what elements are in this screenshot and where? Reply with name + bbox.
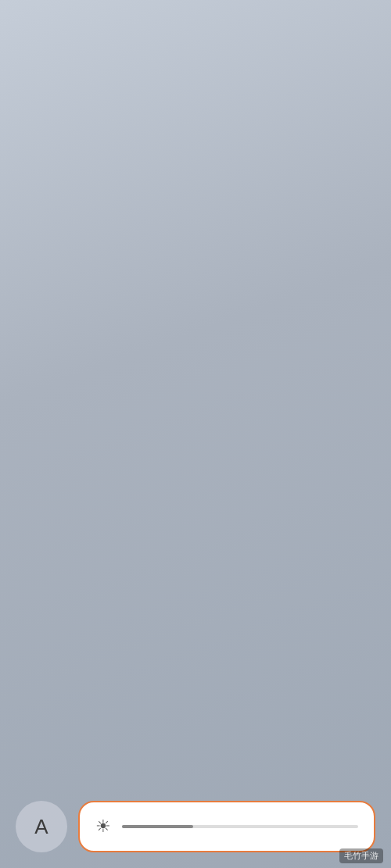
brightness-track[interactable] bbox=[122, 825, 358, 828]
brightness-slider[interactable]: ☀ bbox=[78, 801, 375, 852]
brightness-fill bbox=[122, 825, 193, 828]
brightness-icon: ☀ bbox=[95, 816, 111, 837]
watermark: 毛竹手游 bbox=[339, 848, 383, 863]
font-size-icon: A bbox=[34, 815, 48, 839]
bottom-bar: A ☀ bbox=[0, 791, 391, 868]
font-size-button[interactable]: A bbox=[16, 801, 67, 852]
